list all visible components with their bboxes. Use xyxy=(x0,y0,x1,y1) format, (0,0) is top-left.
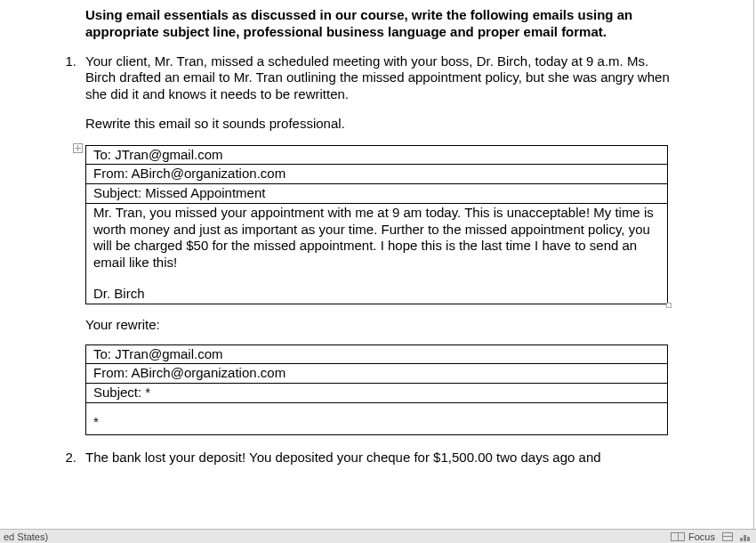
print-layout-icon[interactable] xyxy=(722,532,733,541)
table-anchor-icon[interactable] xyxy=(73,143,83,153)
status-language[interactable]: ed States) xyxy=(4,531,48,542)
email-signature: Dr. Birch xyxy=(93,286,662,303)
rewrite-subject-row[interactable]: Subject: * xyxy=(86,384,668,403)
rewrite-label: Your rewrite: xyxy=(85,317,718,332)
question-2-scenario-partial: The bank lost your deposit! You deposite… xyxy=(85,450,675,466)
email-body-text: Mr. Tran, you missed your appointment wi… xyxy=(93,205,662,272)
question-1: 1. Your client, Mr. Tran, missed a sched… xyxy=(36,53,718,145)
document-page: Using email essentials as discussed in o… xyxy=(0,0,754,529)
rewrite-email-table: To: JTran@gmail.com From: ABirch@organiz… xyxy=(85,344,668,435)
assignment-instructions: Using email essentials as discussed in o… xyxy=(85,7,675,41)
focus-label: Focus xyxy=(688,531,715,542)
question-number: 1. xyxy=(36,53,85,69)
rewrite-from-row[interactable]: From: ABirch@organization.com xyxy=(86,364,668,384)
focus-mode-button[interactable]: Focus xyxy=(671,531,715,542)
rewrite-to-row[interactable]: To: JTran@gmail.com xyxy=(86,344,668,364)
question-2-partial: 2. The bank lost your deposit! You depos… xyxy=(36,450,718,479)
question-number: 2. xyxy=(36,450,85,465)
question-1-task: Rewrite this email so it sounds professi… xyxy=(85,116,675,133)
email-body-row[interactable]: Mr. Tran, you missed your appointment wi… xyxy=(86,203,668,304)
focus-icon xyxy=(671,532,685,541)
status-bar: ed States) Focus xyxy=(0,529,756,543)
question-1-scenario: Your client, Mr. Tran, missed a schedule… xyxy=(85,53,675,103)
email-to-row[interactable]: To: JTran@gmail.com xyxy=(86,145,668,165)
web-layout-icon[interactable] xyxy=(740,532,752,541)
rewrite-body-row[interactable]: * xyxy=(86,402,668,434)
email-subject-row[interactable]: Subject: Missed Appointment xyxy=(86,184,668,204)
table-resize-handle[interactable] xyxy=(666,303,672,308)
original-email-table: To: JTran@gmail.com From: ABirch@organiz… xyxy=(85,145,668,304)
email-from-row[interactable]: From: ABirch@organization.com xyxy=(86,165,668,184)
